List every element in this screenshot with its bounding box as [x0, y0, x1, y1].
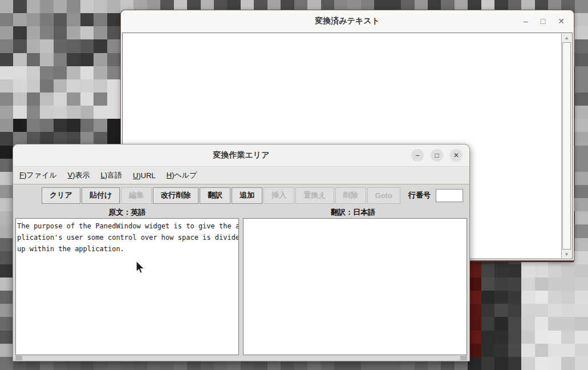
target-text [244, 219, 467, 222]
resize-grip-right[interactable] [460, 356, 467, 360]
line-number-input[interactable] [436, 189, 463, 202]
minimize-button[interactable]: – [411, 149, 424, 162]
toolbar: クリア 貼付け 編集 改行削除 翻訳 追加 挿入 置換え 削除 Goto 行番号 [13, 184, 469, 206]
maximize-button[interactable]: □ [431, 149, 443, 162]
menu-bar: F)ファイル V)表示 L)言語 U)URL H)ヘルプ [13, 167, 469, 184]
pane-labels-row: 原文：英語 翻訳：日本語 [13, 206, 469, 218]
scroll-up-icon[interactable]: ▲ [562, 34, 571, 42]
close-button[interactable]: ✕ [450, 149, 463, 162]
pane-sash[interactable] [239, 218, 243, 355]
title-bar[interactable]: 変換済みテキスト – □ ✕ [121, 10, 574, 32]
add-button[interactable]: 追加 [232, 187, 262, 204]
line-number-label: 行番号 [408, 190, 431, 200]
clear-button[interactable]: クリア [42, 187, 80, 204]
source-pane-label: 原文：英語 [15, 207, 239, 218]
menu-language[interactable]: L)言語 [101, 170, 123, 180]
remove-linebreaks-button[interactable]: 改行削除 [153, 187, 198, 204]
menu-view[interactable]: V)表示 [68, 170, 90, 180]
vertical-scrollbar[interactable]: ▲ ▼ [561, 34, 571, 258]
delete-button: 削除 [335, 187, 366, 204]
translate-button[interactable]: 翻訳 [200, 187, 230, 204]
menu-file[interactable]: F)ファイル [19, 170, 57, 180]
title-bar[interactable]: 変換作業エリア – □ ✕ [13, 144, 469, 167]
target-text-pane[interactable] [243, 218, 467, 355]
insert-button: 挿入 [263, 187, 294, 204]
window-title: 変換済みテキスト [315, 16, 380, 26]
source-text-pane[interactable]: The purpose of the PanedWindow widget is… [15, 218, 239, 355]
resize-grip-left[interactable] [15, 356, 22, 360]
scrollbar-thumb[interactable] [562, 42, 571, 250]
window-bottom-edge [13, 355, 469, 361]
minimize-button[interactable]: – [524, 17, 528, 25]
paned-window: The purpose of the PanedWindow widget is… [13, 218, 469, 355]
scroll-down-icon[interactable]: ▼ [562, 250, 571, 258]
maximize-button[interactable]: □ [541, 17, 545, 25]
close-button[interactable]: ✕ [558, 17, 565, 25]
window-work-area: 変換作業エリア – □ ✕ F)ファイル V)表示 L)言語 U)URL H)ヘ… [13, 144, 470, 361]
edit-button: 編集 [121, 187, 152, 204]
menu-help[interactable]: H)ヘルプ [167, 170, 197, 180]
window-title: 変換作業エリア [213, 150, 270, 160]
menu-url[interactable]: U)URL [133, 171, 156, 180]
paste-button[interactable]: 貼付け [82, 187, 120, 204]
goto-button: Goto [367, 187, 400, 204]
source-text: The purpose of the PanedWindow widget is… [16, 219, 238, 256]
target-pane-label: 翻訳：日本語 [239, 207, 467, 218]
replace-button: 置換え [295, 187, 334, 204]
